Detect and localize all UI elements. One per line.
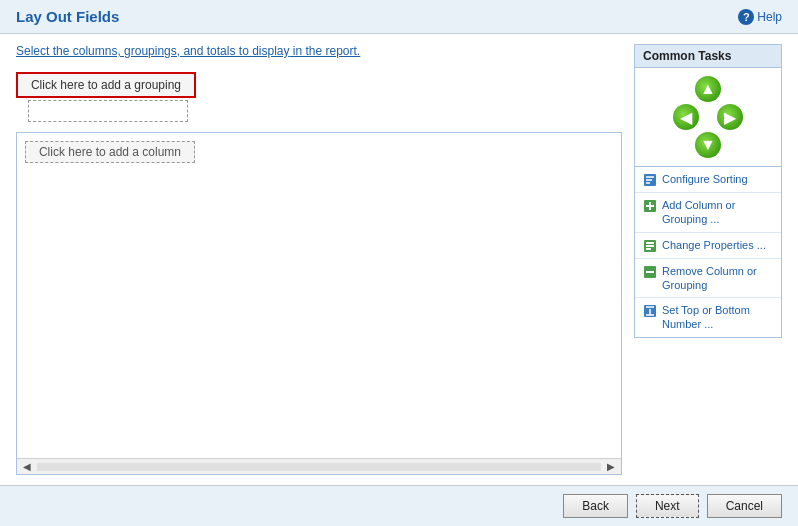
arrow-row-top: ▲	[695, 76, 721, 102]
arrow-row-middle: ◀ ▶	[673, 104, 743, 130]
scrollbar-bottom: ◀ ▶	[17, 458, 621, 474]
svg-rect-9	[646, 245, 654, 247]
right-panel: Common Tasks ▲ ◀ ▶ ▼	[634, 44, 782, 475]
task-label-set-top-bottom: Set Top or Bottom Number ...	[662, 303, 773, 332]
help-link[interactable]: ? Help	[738, 9, 782, 25]
help-label: Help	[757, 10, 782, 24]
task-label-add-column-grouping: Add Column or Grouping ...	[662, 198, 773, 227]
task-item-set-top-bottom[interactable]: Set Top or Bottom Number ...	[635, 298, 781, 337]
arrow-right-button[interactable]: ▶	[717, 104, 743, 130]
next-button[interactable]: Next	[636, 494, 699, 518]
arrow-down-button[interactable]: ▼	[695, 132, 721, 158]
page-container: Lay Out Fields ? Help Select the columns…	[0, 0, 798, 526]
page-title: Lay Out Fields	[16, 8, 119, 25]
task-label-remove-column-grouping: Remove Column or Grouping	[662, 264, 773, 293]
instruction-link: display	[252, 44, 289, 58]
task-item-add-column-grouping[interactable]: Add Column or Grouping ...	[635, 193, 781, 233]
task-item-remove-column-grouping[interactable]: Remove Column or Grouping	[635, 259, 781, 299]
instruction-before: Select the columns, groupings, and total…	[16, 44, 252, 58]
sorting-icon	[643, 173, 657, 187]
add-column-icon	[643, 199, 657, 213]
task-label-configure-sorting: Configure Sorting	[662, 172, 748, 186]
common-tasks-box: Common Tasks ▲ ◀ ▶ ▼	[634, 44, 782, 338]
grouping-placeholder	[28, 100, 188, 122]
instruction-after: in the report.	[290, 44, 361, 58]
column-area: Click here to add a column ◀ ▶	[16, 132, 622, 475]
common-tasks-header: Common Tasks	[635, 45, 781, 68]
svg-rect-8	[646, 242, 654, 244]
back-button[interactable]: Back	[563, 494, 628, 518]
scroll-right-arrow[interactable]: ▶	[603, 461, 619, 472]
set-top-bottom-icon	[643, 304, 657, 318]
task-item-configure-sorting[interactable]: Configure Sorting	[635, 167, 781, 193]
add-grouping-button[interactable]: Click here to add a grouping	[16, 72, 196, 98]
change-properties-icon	[643, 239, 657, 253]
add-column-button[interactable]: Click here to add a column	[25, 141, 195, 163]
footer: Back Next Cancel	[0, 485, 798, 526]
scroll-track[interactable]	[37, 463, 601, 471]
scroll-left-arrow[interactable]: ◀	[19, 461, 35, 472]
remove-column-icon	[643, 265, 657, 279]
arrow-row-bottom: ▼	[695, 132, 721, 158]
task-label-change-properties: Change Properties ...	[662, 238, 766, 252]
main-area: Select the columns, groupings, and total…	[16, 44, 622, 475]
cancel-button[interactable]: Cancel	[707, 494, 782, 518]
instruction-text: Select the columns, groupings, and total…	[16, 44, 622, 58]
header: Lay Out Fields ? Help	[0, 0, 798, 34]
help-icon: ?	[738, 9, 754, 25]
arrow-left-button[interactable]: ◀	[673, 104, 699, 130]
column-scrollbar-area	[17, 171, 621, 458]
arrow-pad: ▲ ◀ ▶ ▼	[635, 68, 781, 166]
arrow-up-button[interactable]: ▲	[695, 76, 721, 102]
task-item-change-properties[interactable]: Change Properties ...	[635, 233, 781, 259]
content-area: Select the columns, groupings, and total…	[0, 34, 798, 485]
svg-rect-10	[646, 248, 651, 250]
